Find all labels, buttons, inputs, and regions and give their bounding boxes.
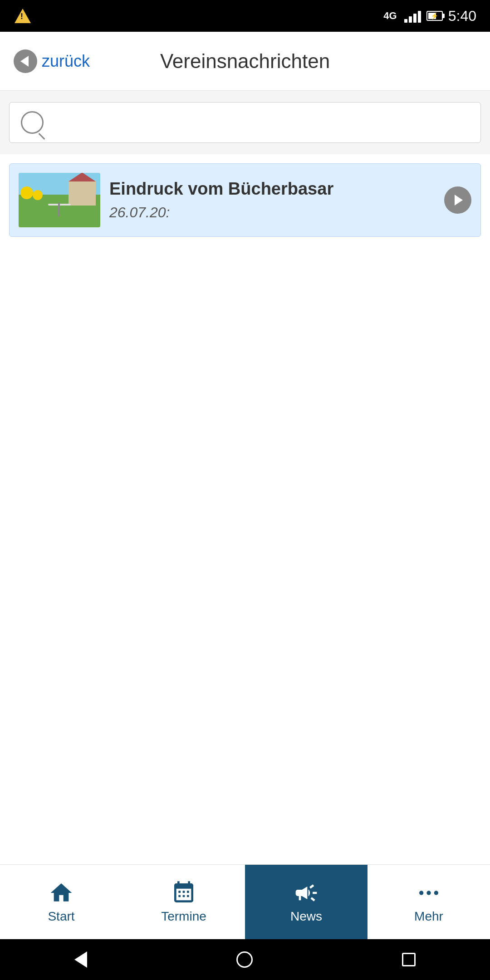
nav-item-mehr[interactable]: Mehr (368, 865, 490, 939)
signal-bar-1 (404, 19, 407, 23)
status-bar: 4G ⚡ 5:40 (0, 0, 490, 32)
app-header: zurück Vereinsnachrichten (0, 32, 490, 91)
battery-bolt-icon: ⚡ (431, 12, 438, 20)
nav-item-termine[interactable]: Termine (122, 865, 245, 939)
system-home-icon (236, 951, 253, 968)
svg-point-1 (426, 891, 431, 895)
status-bar-left (14, 0, 32, 32)
more-dots-icon (416, 880, 441, 906)
back-label: zurück (42, 52, 90, 71)
thumbnail-plant-stem2 (34, 198, 41, 214)
svg-point-0 (419, 891, 423, 895)
signal-bar-4 (418, 11, 421, 23)
content-area: Eindruck vom Bücherbasar 26.07.20: (0, 154, 490, 864)
system-recents-icon (402, 953, 416, 966)
nav-start-label: Start (48, 909, 74, 924)
bottom-nav: Start Termine News Mehr (0, 864, 490, 939)
status-right: 4G ⚡ 5:40 (383, 8, 476, 24)
battery-icon: ⚡ (426, 11, 443, 21)
news-arrow-button[interactable] (444, 186, 471, 214)
system-back-icon (74, 951, 87, 968)
system-back-button[interactable] (74, 951, 87, 968)
nav-mehr-label: Mehr (414, 909, 443, 924)
news-item-date: 26.07.20: (109, 204, 435, 221)
system-recents-button[interactable] (402, 953, 416, 966)
search-input[interactable] (53, 114, 469, 132)
search-container (0, 91, 490, 154)
thumbnail-scene (19, 173, 100, 227)
status-time: 5:40 (448, 8, 476, 24)
chevron-right-icon (455, 195, 463, 206)
system-nav (0, 939, 490, 980)
nav-termine-label: Termine (161, 909, 206, 924)
network-type-label: 4G (383, 10, 397, 22)
svg-point-2 (434, 891, 438, 895)
thumbnail-flower2 (33, 190, 43, 200)
calendar-icon (171, 880, 196, 906)
news-card-item[interactable]: Eindruck vom Bücherbasar 26.07.20: (9, 163, 481, 237)
search-bar[interactable] (9, 102, 481, 143)
news-thumbnail (19, 173, 100, 227)
nav-news-label: News (290, 909, 322, 924)
back-circle-icon (14, 49, 37, 73)
warning-icon (14, 7, 32, 25)
megaphone-icon (294, 880, 319, 906)
search-icon (21, 111, 44, 134)
signal-bar-2 (409, 16, 412, 23)
page-title: Vereinsnachrichten (160, 50, 330, 73)
nav-item-news[interactable]: News (245, 865, 368, 939)
back-button[interactable]: zurück (14, 49, 90, 73)
system-home-button[interactable] (236, 951, 253, 968)
thumbnail-building (69, 181, 96, 206)
home-icon (49, 880, 74, 906)
signal-icon (404, 9, 421, 23)
news-item-title: Eindruck vom Bücherbasar (109, 179, 435, 199)
thumbnail-flower (20, 186, 33, 199)
back-arrow-icon (20, 56, 29, 67)
news-info: Eindruck vom Bücherbasar 26.07.20: (109, 179, 435, 221)
signal-bar-3 (413, 14, 416, 23)
thumbnail-umbrella-pole (58, 203, 60, 216)
nav-item-start[interactable]: Start (0, 865, 122, 939)
